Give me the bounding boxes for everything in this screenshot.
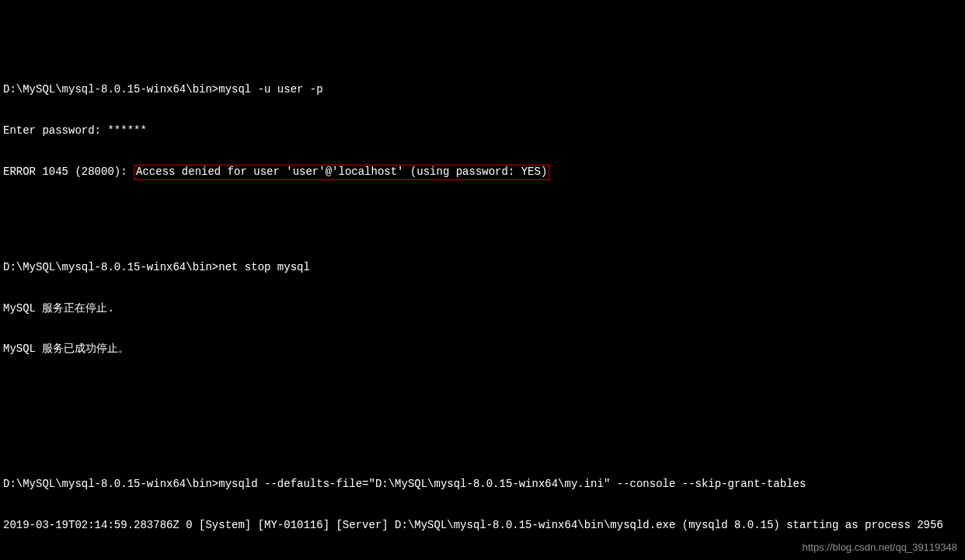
error-prefix: ERROR 1045 (28000): [3,165,134,178]
blank-line [3,424,962,437]
terminal-line: D:\MySQL\mysql-8.0.15-winx64\bin>mysql -… [3,83,962,97]
terminal-output[interactable]: D:\MySQL\mysql-8.0.15-winx64\bin>mysql -… [3,56,962,560]
watermark-text: https://blog.csdn.net/qq_39119348 [803,541,958,554]
error-highlight-box: Access denied for user 'user'@'localhost… [134,165,549,180]
blank-line [3,207,962,221]
terminal-line: MySQL 服务正在停止. [3,302,962,316]
terminal-line: D:\MySQL\mysql-8.0.15-winx64\bin>net sto… [3,261,962,275]
blank-line [3,384,962,397]
terminal-line: D:\MySQL\mysql-8.0.15-winx64\bin>mysqld … [3,478,962,492]
terminal-line: Enter password: ****** [3,124,962,138]
terminal-line: MySQL 服务已成功停止。 [3,343,962,357]
terminal-line: 2019-03-19T02:14:59.283786Z 0 [System] [… [3,519,962,533]
terminal-error-line: ERROR 1045 (28000): Access denied for us… [3,165,962,180]
